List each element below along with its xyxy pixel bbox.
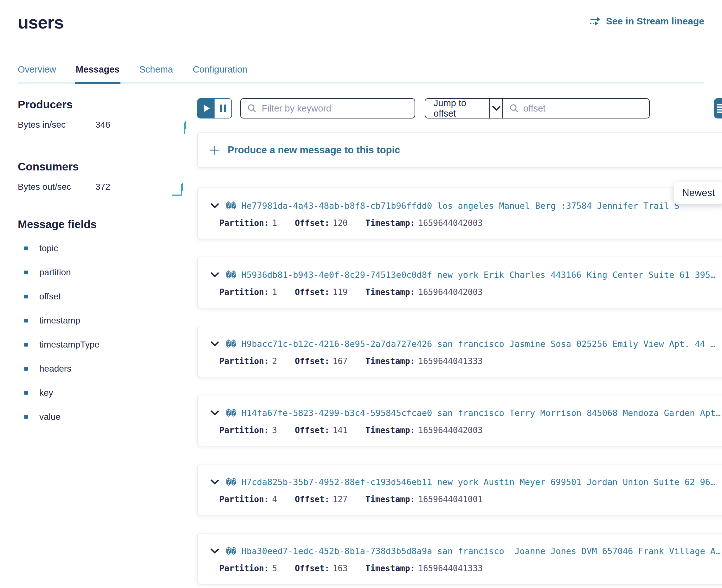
message-card: �� H7cda825b-35b7-4952-88ef-c193d546eb11… — [197, 464, 722, 516]
timestamp-value: 1659644041333 — [418, 356, 483, 366]
message-fields-heading: Message fields — [18, 218, 191, 231]
bytes-out-metric: Bytes out/sec 372 — [18, 182, 191, 197]
produce-message-button[interactable]: Produce a new message to this topic — [197, 132, 722, 168]
bytes-out-value: 372 — [96, 182, 110, 192]
bytes-in-value: 346 — [96, 120, 110, 130]
cards-column: Produce a new message to this topic Newe… — [197, 132, 722, 585]
chevron-down-icon — [210, 272, 219, 277]
field-label: headers — [39, 364, 71, 374]
list-view-button[interactable] — [715, 99, 722, 118]
offset-label: Offset: — [295, 425, 330, 435]
field-item-headers[interactable]: headers — [18, 357, 191, 381]
tab-bar: Overview Messages Schema Configuration — [18, 64, 704, 84]
field-item-key[interactable]: key — [18, 381, 191, 405]
newest-tooltip: Newest — [674, 182, 722, 204]
timestamp-value: 1659644041333 — [418, 564, 483, 573]
offset-value: 119 — [333, 287, 348, 297]
timestamp-value: 1659644042003 — [418, 287, 483, 297]
plus-icon — [209, 145, 219, 155]
producers-heading: Producers — [18, 98, 191, 111]
square-bullet-icon — [24, 319, 28, 322]
timestamp-label: Timestamp: — [366, 218, 415, 228]
jump-select-caret[interactable] — [490, 99, 503, 118]
search-icon — [247, 104, 257, 113]
tab-messages[interactable]: Messages — [76, 64, 120, 75]
message-meta: Partition:4 Offset:127 Timestamp:1659644… — [219, 495, 721, 504]
offset-label: Offset: — [295, 218, 330, 228]
square-bullet-icon — [24, 415, 28, 419]
bytes-in-label: Bytes in/sec — [18, 120, 96, 130]
pause-button[interactable] — [214, 99, 231, 118]
play-button[interactable] — [198, 99, 214, 118]
message-meta: Partition:2 Offset:167 Timestamp:1659644… — [219, 356, 721, 366]
chevron-down-icon — [210, 548, 219, 554]
offset-value: 127 — [333, 495, 348, 504]
message-meta: Partition:1 Offset:120 Timestamp:1659644… — [219, 218, 721, 228]
timestamp-label: Timestamp: — [366, 287, 415, 297]
offset-value: 163 — [333, 564, 348, 573]
jump-to-offset-control: Jump to offset — [425, 98, 650, 119]
message-meta: Partition:3 Offset:141 Timestamp:1659644… — [219, 425, 721, 435]
timestamp-label: Timestamp: — [366, 495, 415, 504]
field-item-topic[interactable]: topic — [18, 236, 191, 260]
message-meta: Partition:1 Offset:119 Timestamp:1659644… — [219, 287, 721, 297]
square-bullet-icon — [24, 367, 28, 371]
message-summary-row[interactable]: �� Hba30eed7-1edc-452b-8b1a-738d3b5d8a9a… — [210, 546, 721, 556]
message-meta: Partition:5 Offset:163 Timestamp:1659644… — [219, 564, 721, 573]
lineage-link-label: See in Stream lineage — [606, 16, 704, 27]
partition-value: 4 — [272, 495, 277, 504]
jump-to-offset-select[interactable]: Jump to offset — [425, 99, 489, 118]
chevron-down-icon — [210, 203, 219, 208]
message-summary-row[interactable]: �� He77981da-4a43-48ab-b8f8-cb71b96ffdd0… — [210, 201, 721, 211]
page-header: users See in Stream lineage — [0, 0, 722, 33]
filter-keyword-input[interactable] — [262, 103, 408, 114]
field-item-timestampType[interactable]: timestampType — [18, 333, 191, 357]
messages-list: Newest �� He77981da-4a43-48ab-b8f8-cb71b… — [197, 188, 722, 585]
square-bullet-icon — [24, 247, 28, 250]
message-summary: �� He77981da-4a43-48ab-b8f8-cb71b96ffdd0… — [226, 201, 721, 211]
offset-value: 141 — [333, 425, 348, 435]
message-card: �� Hba30eed7-1edc-452b-8b1a-738d3b5d8a9a… — [197, 533, 722, 585]
field-label: topic — [39, 243, 58, 253]
field-item-offset[interactable]: offset — [18, 285, 191, 309]
tab-schema[interactable]: Schema — [140, 64, 173, 75]
keyword-filter — [240, 98, 415, 119]
field-label: value — [39, 412, 61, 422]
message-summary-row[interactable]: �� H14fa67fe-5823-4299-b3c4-595845cfcae0… — [210, 408, 721, 418]
messages-toolbar: Jump to offset — [197, 98, 722, 119]
timestamp-value: 1659644042003 — [418, 425, 483, 435]
field-item-value[interactable]: value — [18, 405, 191, 429]
field-label: offset — [39, 292, 61, 301]
message-summary-row[interactable]: �� H9bacc71c-b12c-4216-8e95-2a7da727e426… — [210, 339, 721, 349]
view-mode-toggle — [714, 98, 722, 119]
offset-label: Offset: — [295, 564, 330, 573]
message-summary-row[interactable]: �� H7cda825b-35b7-4952-88ef-c193d546eb11… — [210, 477, 721, 487]
tab-overview[interactable]: Overview — [18, 64, 56, 75]
timestamp-value: 1659644042003 — [418, 218, 483, 228]
offset-search-input[interactable] — [523, 103, 643, 114]
message-summary-row[interactable]: �� H5936db81-b943-4e0f-8c29-74513e0c0d8f… — [210, 270, 721, 280]
pause-icon — [220, 105, 226, 112]
message-summary: �� H7cda825b-35b7-4952-88ef-c193d546eb11… — [226, 477, 721, 487]
see-in-stream-lineage-link[interactable]: See in Stream lineage — [590, 16, 704, 27]
producers-sparkline-chart — [181, 120, 188, 135]
timestamp-value: 1659644041001 — [418, 495, 483, 504]
page-title: users — [18, 12, 63, 33]
stream-lineage-icon — [590, 16, 602, 26]
partition-value: 5 — [272, 564, 277, 573]
newest-tooltip-label: Newest — [682, 187, 715, 198]
square-bullet-icon — [24, 295, 28, 298]
jump-select-value: Jump to offset — [434, 98, 481, 119]
field-label: timestamp — [39, 316, 80, 326]
field-item-timestamp[interactable]: timestamp — [18, 309, 191, 333]
field-item-partition[interactable]: partition — [18, 260, 191, 285]
search-icon — [509, 104, 519, 113]
chevron-down-icon — [210, 341, 219, 346]
content: Producers Bytes in/sec 346 Consumers Byt… — [0, 98, 722, 588]
offset-value: 120 — [333, 218, 348, 228]
message-card: �� H5936db81-b943-4e0f-8c29-74513e0c0d8f… — [197, 257, 722, 308]
tab-configuration[interactable]: Configuration — [193, 64, 248, 75]
offset-label: Offset: — [295, 287, 330, 297]
list-view-icon — [717, 104, 722, 113]
topic-page: users See in Stream lineage Overview Mes… — [0, 0, 722, 588]
